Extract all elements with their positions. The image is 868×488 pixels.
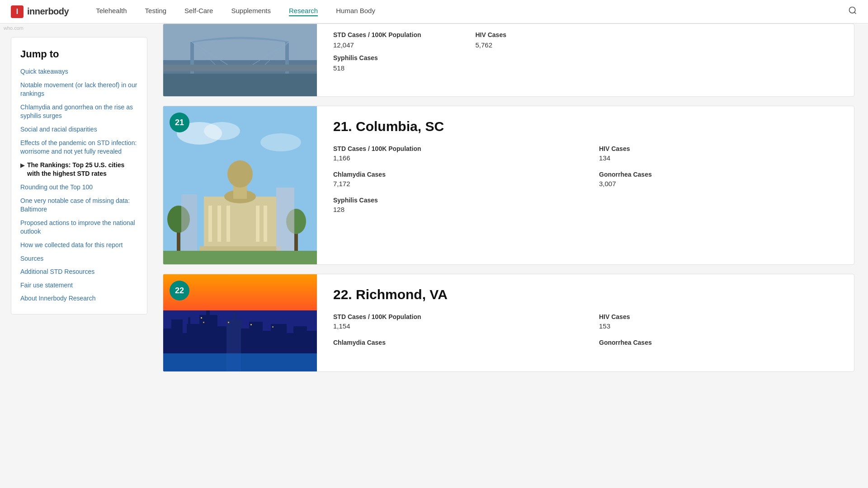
partial-stat-row-2: Syphilis Cases 518 [333, 54, 838, 72]
sidebar-item-social-disparities[interactable]: Social and racial disparities [20, 125, 138, 134]
nav-testing[interactable]: Testing [145, 7, 167, 16]
nav-self-care[interactable]: Self-Care [184, 7, 213, 16]
city-22-std-label: STD Cases / 100K Population [333, 313, 572, 320]
city-21-chlamydia-value: 7,172 [333, 180, 572, 188]
city-21-info: 21. Columbia, SC STD Cases / 100K Popula… [317, 106, 854, 264]
logo-text: innerbody [27, 6, 69, 17]
svg-rect-20 [208, 206, 212, 242]
sidebar-item-label: Effects of the pandemic on STD infection… [20, 139, 138, 156]
sidebar-item-label: Social and racial disparities [20, 125, 97, 134]
city-21-chlamydia-block: Chlamydia Cases 7,172 [333, 171, 572, 188]
city-21-std-label: STD Cases / 100K Population [333, 145, 572, 152]
bridge-image [163, 24, 317, 96]
sidebar-item-label: Additional STD Resources [20, 267, 94, 277]
svg-point-14 [204, 122, 240, 140]
nav-supplements[interactable]: Supplements [231, 7, 271, 16]
city-21-gonorrhea-value: 3,007 [599, 180, 838, 188]
sidebar-item-collected-data[interactable]: How we collected data for this report [20, 241, 138, 250]
partial-syphilis-label: Syphilis Cases [333, 54, 387, 61]
city-21-gonorrhea-label: Gonorrhea Cases [599, 171, 838, 178]
sidebar-box: Jump to Quick takeaways Notable movement… [11, 37, 147, 314]
rank-badge-22: 22 [170, 281, 189, 300]
svg-rect-55 [201, 317, 202, 319]
svg-rect-54 [163, 353, 317, 371]
city-card-21: 21 [163, 106, 854, 265]
city-22-hiv-block: HIV Cases 153 [599, 313, 838, 330]
nav-human-body[interactable]: Human Body [336, 7, 375, 16]
partial-hiv-value: 5,762 [476, 41, 530, 49]
svg-rect-46 [233, 313, 236, 321]
sidebar-item-sources[interactable]: Sources [20, 254, 138, 263]
city-22-gonorrhea-block: Gonorrhea Cases [599, 339, 838, 348]
svg-rect-11 [163, 74, 317, 96]
city-21-hiv-value: 134 [599, 154, 838, 162]
city-21-gonorrhea-block: Gonorrhea Cases 3,007 [599, 171, 838, 188]
svg-rect-23 [256, 206, 259, 242]
sidebar-item-fair-use[interactable]: Fair use statement [20, 281, 138, 290]
partial-city-image [163, 24, 317, 96]
city-22-chlamydia-label: Chlamydia Cases [333, 339, 572, 346]
city-21-syphilis-value: 128 [333, 206, 572, 213]
city-22-name: 22. Richmond, VA [333, 287, 838, 302]
svg-point-15 [260, 133, 301, 151]
partial-city-info: STD Cases / 100K Population 12,047 HIV C… [317, 24, 854, 96]
sidebar-item-rounding-out[interactable]: Rounding out the Top 100 [20, 183, 138, 192]
city-22-gonorrhea-label: Gonorrhea Cases [599, 339, 838, 346]
sidebar-item-label: Notable movement (or lack thereof) in ou… [20, 81, 138, 99]
sidebar-item-label: How we collected data for this report [20, 241, 123, 250]
city-21-name: 21. Columbia, SC [333, 119, 838, 134]
city-22-std-block: STD Cases / 100K Population 1,154 [333, 313, 572, 330]
sidebar-item-label: Sources [20, 254, 43, 263]
sidebar-item-pandemic[interactable]: Effects of the pandemic on STD infection… [20, 139, 138, 156]
svg-rect-41 [188, 317, 190, 326]
city-22-hiv-value: 153 [599, 322, 838, 330]
svg-rect-31 [163, 251, 317, 264]
sidebar-item-label: Proposed actions to improve the national… [20, 219, 138, 236]
sidebar-item-about[interactable]: About Innerbody Research [20, 294, 138, 303]
sidebar-item-additional-resources[interactable]: Additional STD Resources [20, 267, 138, 277]
city-21-syphilis-label: Syphilis Cases [333, 197, 572, 204]
svg-point-19 [227, 160, 253, 188]
partial-std-block: STD Cases / 100K Population 12,047 [333, 31, 421, 49]
city-21-syphilis-block: Syphilis Cases 128 [333, 197, 572, 213]
sidebar-item-label: Fair use statement [20, 281, 73, 290]
nav-research[interactable]: Research [289, 7, 318, 16]
city-21-hiv-label: HIV Cases [599, 145, 838, 152]
partial-std-label: STD Cases / 100K Population [333, 31, 421, 38]
svg-rect-57 [228, 322, 229, 323]
sidebar-item-label: The Rankings: Top 25 U.S. cities with th… [27, 161, 138, 178]
city-22-info: 22. Richmond, VA STD Cases / 100K Popula… [317, 274, 854, 371]
city-22-std-value: 1,154 [333, 322, 572, 330]
svg-rect-56 [203, 322, 204, 323]
partial-std-value: 12,047 [333, 41, 421, 49]
partial-hiv-block: HIV Cases 5,762 [476, 31, 530, 49]
search-icon[interactable] [848, 6, 857, 17]
city-21-std-block: STD Cases / 100K Population 1,166 [333, 145, 572, 162]
logo-icon: I [11, 5, 24, 18]
city-21-hiv-block: HIV Cases 134 [599, 145, 838, 162]
svg-rect-24 [264, 206, 267, 242]
city-card-22: 22 [163, 274, 854, 372]
page-wrapper: Jump to Quick takeaways Notable movement… [0, 23, 868, 488]
svg-rect-59 [272, 326, 274, 328]
svg-rect-33 [181, 194, 197, 251]
sidebar-item-notable-movement[interactable]: Notable movement (or lack thereof) in ou… [20, 81, 138, 99]
partial-hiv-label: HIV Cases [476, 31, 530, 38]
svg-line-1 [854, 12, 856, 14]
sidebar-item-baltimore[interactable]: One very notable case of missing data: B… [20, 197, 138, 214]
sidebar-item-rankings[interactable]: ▶ The Rankings: Top 25 U.S. cities with … [20, 161, 138, 178]
nav-telehealth[interactable]: Telehealth [96, 7, 127, 16]
svg-rect-32 [276, 188, 294, 251]
city-21-std-value: 1,166 [333, 154, 572, 162]
sidebar-item-quick-takeaways[interactable]: Quick takeaways [20, 67, 138, 76]
sidebar-item-label: Quick takeaways [20, 67, 68, 76]
logo[interactable]: I innerbody [11, 5, 69, 18]
sidebar-item-chlamydia[interactable]: Chlamydia and gonorrhea on the rise as s… [20, 103, 138, 121]
sidebar-item-proposed-actions[interactable]: Proposed actions to improve the national… [20, 219, 138, 236]
sidebar-nav-list: Quick takeaways Notable movement (or lac… [20, 67, 138, 303]
city-22-stats: STD Cases / 100K Population 1,154 HIV Ca… [333, 313, 838, 348]
city-21-image-wrapper: 21 [163, 106, 317, 264]
sidebar-item-label: About Innerbody Research [20, 294, 96, 303]
partial-syphilis-block: Syphilis Cases 518 [333, 54, 387, 72]
active-arrow-icon: ▶ [20, 162, 24, 169]
